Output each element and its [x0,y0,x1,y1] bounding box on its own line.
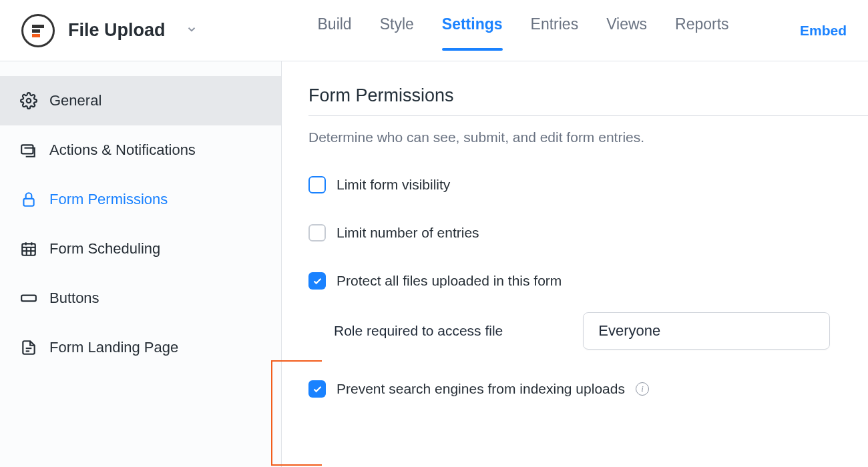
divider [308,115,868,116]
option-limit-entries: Limit number of entries [308,224,868,242]
tab-build[interactable]: Build [318,11,352,50]
role-label: Role required to access file [334,323,503,339]
embed-link[interactable]: Embed [800,23,847,39]
svg-rect-4 [21,145,33,153]
app-logo [21,14,55,47]
option-label: Prevent search engines from indexing upl… [337,381,625,397]
sidebar-item-permissions[interactable]: Form Permissions [0,175,281,224]
chevron-down-icon[interactable] [186,23,198,38]
tab-style[interactable]: Style [380,11,414,50]
svg-rect-6 [22,244,35,255]
sidebar-item-scheduling[interactable]: Form Scheduling [0,224,281,274]
sidebar-item-buttons[interactable]: Buttons [0,274,281,323]
svg-rect-1 [32,29,40,33]
role-select[interactable]: Everyone [583,312,830,350]
option-label: Protect all files uploaded in this form [337,273,562,289]
main-panel: Form Permissions Determine who can see, … [282,61,868,467]
actions-icon [20,141,37,159]
section-title: Form Permissions [308,85,868,106]
lock-icon [20,191,37,208]
checkbox-limit-visibility[interactable] [308,176,326,193]
sidebar-item-label: Buttons [49,290,99,307]
sidebar-item-label: Form Permissions [49,191,168,208]
calendar-icon [20,240,37,258]
page-icon [20,339,37,356]
checkbox-limit-entries[interactable] [308,224,326,242]
sidebar-item-label: Form Scheduling [49,240,160,258]
gear-icon [20,92,37,109]
option-protect-files: Protect all files uploaded in this form [308,272,868,290]
svg-rect-0 [32,25,44,28]
info-icon[interactable]: i [636,382,649,396]
nav-tabs: Build Style Settings Entries Views Repor… [318,11,729,50]
sidebar-item-actions[interactable]: Actions & Notifications [0,125,281,175]
role-select-value: Everyone [598,322,660,339]
sidebar-item-general[interactable]: General [0,76,281,125]
form-title[interactable]: File Upload [68,20,166,41]
svg-rect-13 [21,296,36,302]
checkbox-prevent-index[interactable] [308,380,326,398]
option-label: Limit number of entries [337,225,479,241]
section-subtitle: Determine who can see, submit, and edit … [308,129,868,145]
tab-settings[interactable]: Settings [442,11,503,50]
topbar: File Upload Build Style Settings Entries… [0,0,868,61]
option-prevent-index: Prevent search engines from indexing upl… [308,380,868,398]
sidebar-item-label: Form Landing Page [49,339,178,356]
checkbox-protect-files[interactable] [308,272,326,290]
tab-reports[interactable]: Reports [675,11,729,50]
svg-rect-2 [32,34,40,37]
role-required-row: Role required to access file Everyone [334,312,868,350]
button-icon [20,290,37,307]
sidebar: General Actions & Notifications Form Per… [0,61,282,467]
sidebar-item-landing[interactable]: Form Landing Page [0,323,281,372]
option-label: Limit form visibility [337,177,450,193]
svg-rect-5 [23,199,33,206]
body: General Actions & Notifications Form Per… [0,61,868,467]
option-limit-visibility: Limit form visibility [308,176,868,193]
sidebar-item-label: Actions & Notifications [49,141,196,159]
tab-views[interactable]: Views [606,11,647,50]
sidebar-item-label: General [49,92,101,109]
svg-point-3 [27,99,31,103]
tab-entries[interactable]: Entries [531,11,579,50]
